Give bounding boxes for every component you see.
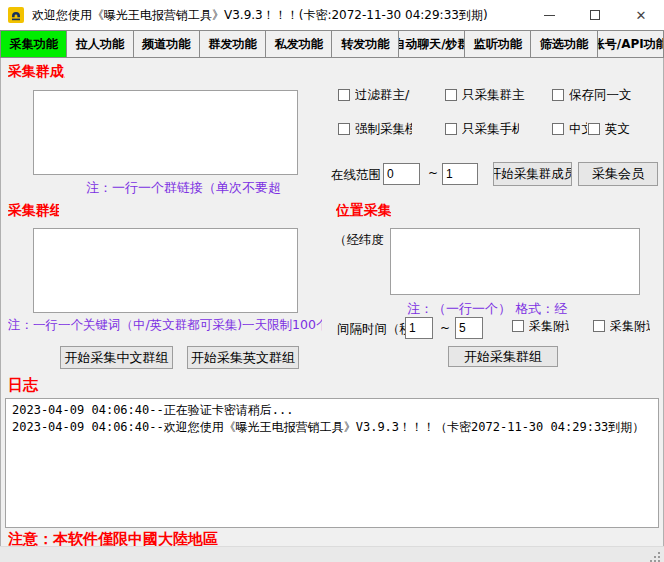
nearby-checkbox-2[interactable] — [593, 320, 605, 332]
filter-owner-checkbox-group: 过滤群主/管 — [338, 88, 410, 102]
english-checkbox[interactable] — [588, 123, 600, 135]
nearby-checkbox-1[interactable] — [512, 320, 524, 332]
tab-forward[interactable]: 转发功能 — [332, 30, 398, 58]
online-range-label: 在线范围（ — [331, 167, 383, 184]
interval-from-input[interactable] — [405, 317, 433, 339]
only-phone-label: 只采集手机 — [462, 121, 519, 138]
coords-format-note: 注：（一行一个） 格式：经 — [407, 300, 568, 318]
only-owner-label: 只采集群主 — [462, 87, 532, 104]
chinese-checkbox[interactable] — [552, 123, 564, 135]
tab-auto-chat[interactable]: 自动聊天/炒群 — [399, 30, 465, 58]
only-phone-checkbox-group: 只采集手机 — [445, 122, 519, 136]
tab-bar: 采集功能 拉人功能 频道功能 群发功能 私发功能 转发功能 自动聊天/炒群 监听… — [0, 30, 664, 58]
group-links-note: 注：一行一个群链接（单次不要超 — [86, 179, 298, 197]
resize-grip-icon[interactable] — [650, 548, 661, 559]
app-window: 欢迎您使用《曝光王电报营销工具》V3.9.3！！！(卡密:2072-11-30 … — [0, 0, 664, 562]
close-button[interactable]: ✕ — [618, 0, 664, 30]
nearby-label-2: 采集附近 — [610, 318, 650, 335]
force-collect-checkbox-group: 强制采集模 — [338, 122, 412, 136]
minimize-button[interactable] — [526, 0, 572, 30]
tab-private-send[interactable]: 私发功能 — [266, 30, 332, 58]
english-label: 英文 — [605, 121, 635, 138]
online-range-separator: ~ — [428, 166, 438, 180]
close-icon: ✕ — [636, 9, 647, 22]
online-range-to-input[interactable] — [442, 163, 478, 185]
group-links-textarea[interactable] — [33, 90, 298, 175]
coords-textarea[interactable] — [390, 228, 640, 295]
keywords-note: 注：一行一个关键词（中/英文群都可采集)一天限制100个 — [8, 317, 322, 334]
latlng-label: （经纬度 — [334, 232, 389, 249]
tab-invite[interactable]: 拉人功能 — [67, 30, 133, 58]
force-collect-label: 强制采集模 — [355, 121, 412, 138]
only-phone-checkbox[interactable] — [445, 123, 457, 135]
interval-separator: ~ — [440, 321, 450, 335]
title-bar: 欢迎您使用《曝光王电报营销工具》V3.9.3！！！(卡密:2072-11-30 … — [0, 0, 664, 30]
minimize-icon — [544, 15, 555, 16]
app-icon — [8, 7, 24, 23]
only-owner-checkbox[interactable] — [445, 89, 457, 101]
window-title: 欢迎您使用《曝光王电报营销工具》V3.9.3！！！(卡密:2072-11-30 … — [32, 0, 488, 30]
filter-owner-label: 过滤群主/管 — [355, 87, 410, 104]
status-bar — [0, 546, 664, 562]
filter-owner-checkbox[interactable] — [338, 89, 350, 101]
online-range-from-input[interactable] — [383, 163, 420, 185]
tab-mass-send[interactable]: 群发功能 — [200, 30, 266, 58]
interval-to-input[interactable] — [455, 317, 483, 339]
only-owner-checkbox-group: 只采集群主 — [445, 88, 532, 102]
tab-collect[interactable]: 采集功能 — [0, 30, 67, 58]
start-collect-en-groups-button[interactable]: 开始采集英文群组 — [187, 346, 299, 369]
tab-filter[interactable]: 筛选功能 — [531, 30, 597, 58]
tab-account-api[interactable]: 账号/API功能 — [598, 30, 664, 58]
chinese-label: 中文 — [569, 121, 587, 138]
keywords-textarea[interactable] — [33, 228, 298, 313]
nearby-checkbox-group-1: 采集附近 — [512, 319, 569, 333]
save-same-file-label: 保存同一文 — [569, 87, 637, 104]
member-collect-title: 采集群成员 — [8, 63, 65, 81]
start-collect-groups-button[interactable]: 开始采集群组 — [448, 346, 558, 367]
save-same-file-checkbox[interactable] — [552, 89, 564, 101]
log-title: 日志 — [8, 376, 48, 395]
location-collect-title: 位置采集 — [336, 202, 391, 220]
start-collect-members-button[interactable]: 开始采集群成员 — [493, 162, 572, 186]
log-output[interactable]: 2023-04-09 04:06:40--正在验证卡密请稍后... 2023-0… — [5, 398, 659, 528]
group-collect-title: 采集群组 — [8, 202, 59, 220]
nearby-label-1: 采集附近 — [529, 318, 569, 335]
log-line: 2023-04-09 04:06:40--欢迎您使用《曝光王电报营销工具》V3.… — [12, 419, 652, 436]
interval-label: 间隔时间（秒 — [337, 321, 405, 338]
save-same-file-checkbox-group: 保存同一文 — [552, 88, 637, 102]
log-line: 2023-04-09 04:06:40--正在验证卡密请稍后... — [12, 402, 652, 419]
start-collect-cn-groups-button[interactable]: 开始采集中文群组 — [60, 346, 173, 369]
tab-channel[interactable]: 频道功能 — [134, 30, 200, 58]
maximize-button[interactable] — [572, 0, 618, 30]
nearby-checkbox-group-2: 采集附近 — [593, 319, 650, 333]
chinese-checkbox-group: 中文 — [552, 122, 587, 136]
tab-monitor[interactable]: 监听功能 — [465, 30, 531, 58]
maximize-icon — [590, 10, 600, 20]
force-collect-checkbox[interactable] — [338, 123, 350, 135]
footer-warning: 注意：本软件僅限中國大陸地區 — [8, 530, 428, 546]
english-checkbox-group: 英文 — [588, 122, 635, 136]
collect-member-button[interactable]: 采集会员 — [578, 162, 658, 186]
